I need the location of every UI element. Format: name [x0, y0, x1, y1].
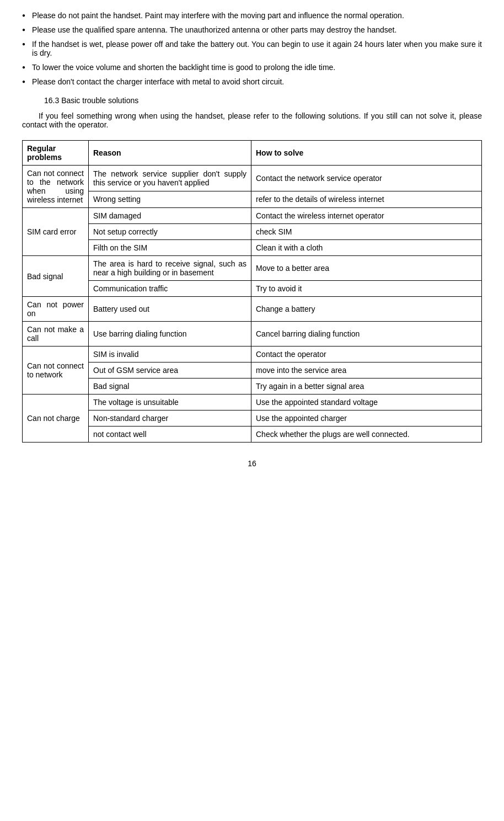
solution-cell: Contact the network service operator [251, 166, 482, 191]
table-row: Non-standard chargerUse the appointed ch… [23, 410, 482, 427]
bullet-list: Please do not paint the handset. Paint m… [22, 11, 482, 86]
solution-cell: Move to a better area [251, 256, 482, 281]
problem-cell: SIM card error [23, 208, 89, 256]
reason-cell: Wrong setting [89, 191, 251, 207]
reason-cell: SIM is invalid [89, 346, 251, 362]
table-row: Filth on the SIMClean it with a cloth [23, 240, 482, 256]
reason-cell: Communication traffic [89, 281, 251, 297]
col-header-problems: Regular problems [23, 141, 89, 166]
reason-cell: not contact well [89, 427, 251, 443]
reason-cell: Out of GSM service area [89, 362, 251, 378]
bullet-item: Please don't contact the charger interfa… [22, 77, 482, 86]
problem-cell: Can not connect to network [23, 346, 89, 394]
solution-cell: Try again in a better signal area [251, 378, 482, 394]
solution-cell: Use the appointed charger [251, 410, 482, 427]
intro-paragraph: If you feel something wrong when using t… [22, 111, 482, 129]
reason-cell: Use barring dialing function [89, 322, 251, 346]
table-row: Can not chargeThe voltage is unsuitableU… [23, 394, 482, 410]
table-row: Can not connect to networkSIM is invalid… [23, 346, 482, 362]
reason-cell: The network service supplier don't suppl… [89, 166, 251, 191]
solution-cell: Try to avoid it [251, 281, 482, 297]
reason-cell: SIM damaged [89, 208, 251, 224]
problem-cell: Can not make a call [23, 322, 89, 346]
bullet-item: To lower the voice volume and shorten th… [22, 63, 482, 72]
col-header-reason: Reason [89, 141, 251, 166]
problem-cell: Bad signal [23, 256, 89, 297]
reason-cell: Battery used out [89, 297, 251, 322]
solution-cell: Use the appointed standard voltage [251, 394, 482, 410]
problem-cell: Can not connect to the network when usin… [23, 166, 89, 208]
table-row: Can not power onBattery used outChange a… [23, 297, 482, 322]
trouble-solutions-table: Regular problems Reason How to solve Can… [22, 140, 482, 443]
solution-cell: move into the service area [251, 362, 482, 378]
table-row: Can not connect to the network when usin… [23, 166, 482, 191]
reason-cell: Bad signal [89, 378, 251, 394]
table-row: Out of GSM service areamove into the ser… [23, 362, 482, 378]
solution-cell: Contact the operator [251, 346, 482, 362]
solution-cell: Cancel barring dialing function [251, 322, 482, 346]
reason-cell: The area is hard to receive signal, such… [89, 256, 251, 281]
solution-cell: Contact the wireless internet operator [251, 208, 482, 224]
solution-cell: Check whether the plugs are well connect… [251, 427, 482, 443]
reason-cell: Filth on the SIM [89, 240, 251, 256]
table-row: Bad signalTry again in a better signal a… [23, 378, 482, 394]
table-row: Bad signalThe area is hard to receive si… [23, 256, 482, 281]
table-row: Can not make a callUse barring dialing f… [23, 322, 482, 346]
bullet-item: If the handset is wet, please power off … [22, 40, 482, 57]
table-row: Not setup correctlycheck SIM [23, 224, 482, 240]
problem-cell: Can not charge [23, 394, 89, 443]
solution-cell: refer to the details of wireless interne… [251, 191, 482, 207]
solution-cell: check SIM [251, 224, 482, 240]
solution-cell: Change a battery [251, 297, 482, 322]
table-row: SIM card errorSIM damagedContact the wir… [23, 208, 482, 224]
section-title: 16.3 Basic trouble solutions [44, 96, 482, 105]
table-row: Communication trafficTry to avoid it [23, 281, 482, 297]
bullet-item: Please do not paint the handset. Paint m… [22, 11, 482, 20]
table-row: Wrong settingrefer to the details of wir… [23, 191, 482, 207]
page-number: 16 [22, 459, 482, 468]
table-row: not contact wellCheck whether the plugs … [23, 427, 482, 443]
solution-cell: Clean it with a cloth [251, 240, 482, 256]
col-header-solve: How to solve [251, 141, 482, 166]
problem-cell: Can not power on [23, 297, 89, 322]
reason-cell: Not setup correctly [89, 224, 251, 240]
bullet-item: Please use the qualified spare antenna. … [22, 25, 482, 34]
reason-cell: The voltage is unsuitable [89, 394, 251, 410]
reason-cell: Non-standard charger [89, 410, 251, 427]
